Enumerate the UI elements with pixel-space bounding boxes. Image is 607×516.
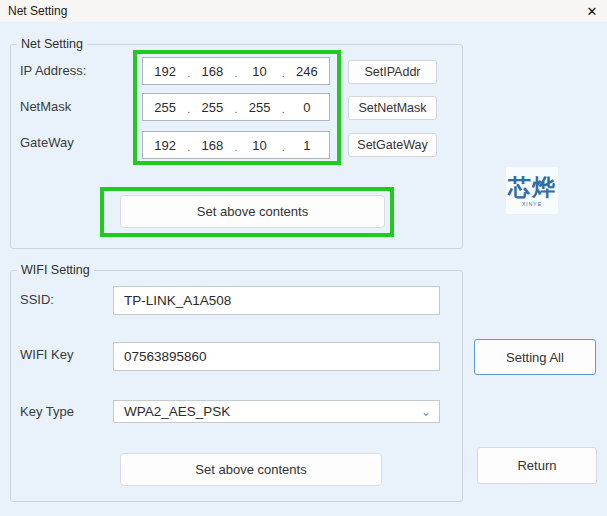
ip-octet[interactable]: 246 bbox=[294, 64, 320, 79]
ip-octet[interactable]: 168 bbox=[199, 138, 225, 153]
set-gateway-button[interactable]: SetGateWay bbox=[348, 133, 437, 157]
octet-separator: . bbox=[282, 67, 285, 79]
octet-separator: . bbox=[187, 103, 190, 115]
gateway-label: GateWay bbox=[20, 135, 74, 150]
gateway-field[interactable]: 192 . 168 . 10 . 1 bbox=[142, 131, 330, 159]
ip-octet[interactable]: 255 bbox=[247, 100, 273, 115]
ip-address-label: IP Address: bbox=[20, 63, 86, 78]
xprinter-logo: 芯烨 XINYE bbox=[506, 167, 558, 214]
wifi-set-above-contents-button[interactable]: Set above contents bbox=[120, 453, 382, 486]
wifi-key-input[interactable] bbox=[113, 342, 440, 371]
octet-separator: . bbox=[234, 141, 237, 153]
chevron-down-icon: ⌄ bbox=[421, 405, 439, 419]
window-title: Net Setting bbox=[0, 4, 577, 18]
logo-cn-text: 芯烨 bbox=[508, 175, 556, 199]
ip-octet[interactable]: 10 bbox=[247, 138, 273, 153]
ip-octet[interactable]: 192 bbox=[152, 138, 178, 153]
octet-separator: . bbox=[282, 103, 285, 115]
octet-separator: . bbox=[282, 141, 285, 153]
ip-address-field[interactable]: 192 . 168 . 10 . 246 bbox=[142, 57, 330, 85]
ip-octet[interactable]: 168 bbox=[199, 64, 225, 79]
wifi-key-label: WIFI Key bbox=[20, 347, 73, 362]
net-set-above-contents-button[interactable]: Set above contents bbox=[120, 195, 385, 228]
key-type-label: Key Type bbox=[20, 404, 74, 419]
ssid-label: SSID: bbox=[20, 292, 54, 307]
ip-octet[interactable]: 1 bbox=[294, 138, 320, 153]
key-type-value: WPA2_AES_PSK bbox=[124, 404, 230, 419]
netmask-label: NetMask bbox=[20, 99, 71, 114]
setting-all-button[interactable]: Setting All bbox=[474, 339, 596, 375]
netmask-field[interactable]: 255 . 255 . 255 . 0 bbox=[142, 93, 330, 121]
title-bar: Net Setting ✕ bbox=[0, 0, 607, 22]
ip-octet[interactable]: 255 bbox=[199, 100, 225, 115]
set-netmask-button[interactable]: SetNetMask bbox=[348, 96, 437, 120]
net-setting-group-label: Net Setting bbox=[17, 38, 87, 51]
ip-octet[interactable]: 255 bbox=[152, 100, 178, 115]
wifi-setting-group-label: WIFI Setting bbox=[17, 264, 94, 277]
octet-separator: . bbox=[234, 67, 237, 79]
net-setting-window: Net Setting ✕ Net Setting IP Address: 19… bbox=[0, 0, 607, 516]
key-type-dropdown[interactable]: WPA2_AES_PSK ⌄ bbox=[113, 400, 440, 423]
ip-octet[interactable]: 10 bbox=[247, 64, 273, 79]
ip-octet[interactable]: 192 bbox=[152, 64, 178, 79]
octet-separator: . bbox=[187, 141, 190, 153]
logo-en-text: XINYE bbox=[522, 201, 542, 207]
set-ip-addr-button[interactable]: SetIPAddr bbox=[348, 60, 437, 84]
octet-separator: . bbox=[234, 103, 237, 115]
octet-separator: . bbox=[187, 67, 190, 79]
ssid-input[interactable] bbox=[113, 286, 440, 315]
ip-octet[interactable]: 0 bbox=[294, 100, 320, 115]
return-button[interactable]: Return bbox=[477, 447, 597, 484]
close-icon[interactable]: ✕ bbox=[577, 0, 607, 22]
